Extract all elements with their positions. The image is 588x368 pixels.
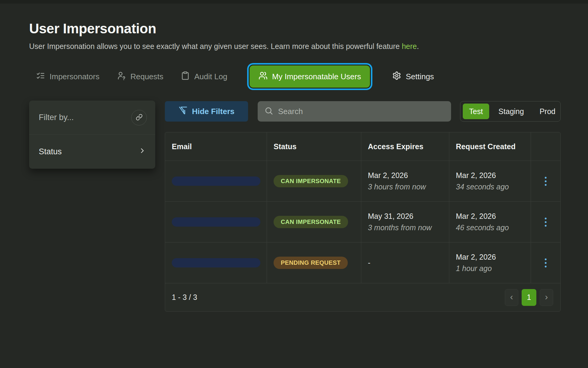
column-header-status: Status — [267, 132, 361, 161]
pagination-controls: ‹ 1 › — [505, 289, 553, 306]
email-cell — [165, 161, 267, 201]
kebab-dot — [545, 221, 547, 223]
env-option-staging[interactable]: Staging — [492, 104, 530, 119]
relative-time-value: 1 hour ago — [456, 264, 492, 273]
kebab-dot — [545, 258, 547, 260]
access-expires-cell: - — [361, 243, 449, 283]
status-badge: CAN IMPERSONATE — [274, 175, 348, 187]
date-value: - — [368, 258, 370, 267]
row-actions-menu-button[interactable] — [539, 215, 553, 229]
relative-time-value: 46 seconds ago — [456, 223, 509, 232]
kebab-dot — [545, 218, 547, 219]
tab-label: Settings — [406, 72, 434, 81]
tab-requests[interactable]: Requests — [117, 71, 163, 82]
table-row: CAN IMPERSONATEMar 2, 20263 hours from n… — [165, 161, 560, 201]
status-cell: CAN IMPERSONATE — [267, 202, 361, 242]
request-created-cell: Mar 2, 202634 seconds ago — [449, 161, 531, 201]
users-icon — [259, 71, 268, 82]
tab-my-impersonatable-users[interactable]: My Impersonatable Users — [250, 65, 370, 88]
email-redacted-pill — [172, 258, 260, 267]
clipboard-icon — [181, 71, 190, 82]
email-cell — [165, 243, 267, 283]
row-actions-menu-button[interactable] — [539, 174, 553, 188]
filter-off-icon — [178, 106, 187, 117]
user-impersonation-page: User Impersonation User Impersonation al… — [0, 0, 588, 368]
access-expires-cell: Mar 2, 20263 hours from now — [361, 161, 449, 201]
date-value: Mar 2, 2026 — [368, 171, 408, 180]
subtitle-text: User Impersonation allows you to see exa… — [29, 42, 402, 50]
tab-label: Impersonators — [50, 72, 99, 81]
tab-label: My Impersonatable Users — [272, 72, 361, 81]
status-badge: PENDING REQUEST — [274, 257, 348, 269]
page-title: User Impersonation — [29, 20, 156, 37]
date-value: May 31, 2026 — [368, 212, 414, 221]
pagination-range-label: 1 - 3 / 3 — [172, 293, 197, 302]
filter-panel-header: Filter by... — [29, 101, 155, 135]
date-value: Mar 2, 2026 — [456, 171, 496, 180]
search-input[interactable] — [278, 107, 444, 116]
email-redacted-pill — [172, 217, 260, 227]
kebab-dot — [545, 262, 547, 264]
environment-switcher: Test Staging Prod — [460, 101, 561, 122]
access-expires-cell: May 31, 20263 months from now — [361, 202, 449, 242]
hide-filters-label: Hide Filters — [192, 107, 235, 116]
table-row: CAN IMPERSONATEMay 31, 20263 months from… — [165, 201, 560, 242]
kebab-dot — [545, 184, 547, 186]
row-actions-menu-button[interactable] — [539, 256, 553, 270]
page-subtitle: User Impersonation allows you to see exa… — [29, 42, 419, 51]
window-top-edge — [0, 0, 588, 4]
table-row: PENDING REQUEST-Mar 2, 20261 hour ago — [165, 242, 560, 283]
date-value: Mar 2, 2026 — [456, 253, 496, 261]
chevron-left-icon: ‹ — [510, 292, 513, 301]
request-created-cell: Mar 2, 20261 hour ago — [449, 243, 531, 283]
column-header-request-created: Request Created — [449, 132, 531, 161]
filter-by-label: Filter by... — [39, 113, 74, 122]
actions-cell — [531, 161, 560, 201]
kebab-dot — [545, 266, 547, 267]
table-body: CAN IMPERSONATEMar 2, 20263 hours from n… — [165, 161, 560, 283]
next-page-button[interactable]: › — [540, 289, 553, 306]
kebab-dot — [545, 225, 547, 227]
kebab-dot — [545, 180, 547, 182]
copy-filter-link-button[interactable] — [131, 110, 147, 125]
actions-cell — [531, 202, 560, 242]
link-icon — [136, 114, 143, 122]
actions-cell — [531, 243, 560, 283]
status-cell: CAN IMPERSONATE — [267, 161, 361, 201]
tab-settings[interactable]: Settings — [392, 71, 434, 82]
kebab-dot — [545, 177, 547, 179]
table-header-row: Email Status Access Expires Request Crea… — [165, 132, 560, 161]
tab-label: Audit Log — [194, 72, 227, 81]
column-header-actions — [531, 132, 560, 161]
relative-time-value: 3 hours from now — [368, 182, 426, 191]
impersonatable-users-table: Email Status Access Expires Request Crea… — [165, 132, 561, 312]
user-question-icon — [117, 71, 126, 82]
previous-page-button[interactable]: ‹ — [505, 289, 518, 306]
email-redacted-pill — [172, 176, 260, 186]
status-badge: CAN IMPERSONATE — [274, 216, 348, 228]
relative-time-value: 34 seconds ago — [456, 182, 509, 191]
gear-icon — [392, 71, 401, 82]
tab-label: Requests — [130, 72, 163, 81]
table-footer: 1 - 3 / 3 ‹ 1 › — [165, 283, 560, 311]
checklist-icon — [36, 71, 45, 82]
env-option-prod[interactable]: Prod — [533, 104, 562, 119]
tab-audit-log[interactable]: Audit Log — [181, 71, 227, 82]
search-box — [258, 101, 451, 122]
page-1-button[interactable]: 1 — [522, 289, 536, 306]
subtitle-suffix: . — [417, 42, 419, 50]
email-cell — [165, 202, 267, 242]
filter-item-status[interactable]: Status — [29, 135, 155, 168]
status-cell: PENDING REQUEST — [267, 243, 361, 283]
here-link[interactable]: here — [402, 42, 417, 50]
request-created-cell: Mar 2, 202646 seconds ago — [449, 202, 531, 242]
hide-filters-button[interactable]: Hide Filters — [165, 101, 248, 122]
column-header-email: Email — [165, 132, 267, 161]
relative-time-value: 3 months from now — [368, 223, 432, 232]
env-option-test[interactable]: Test — [463, 104, 489, 119]
filter-item-label: Status — [39, 147, 62, 156]
tab-impersonators[interactable]: Impersonators — [36, 71, 99, 82]
tab-bar: Impersonators Requests Audit Log My Impe… — [36, 63, 434, 90]
chevron-right-icon: › — [545, 292, 548, 301]
chevron-right-icon — [138, 147, 146, 157]
